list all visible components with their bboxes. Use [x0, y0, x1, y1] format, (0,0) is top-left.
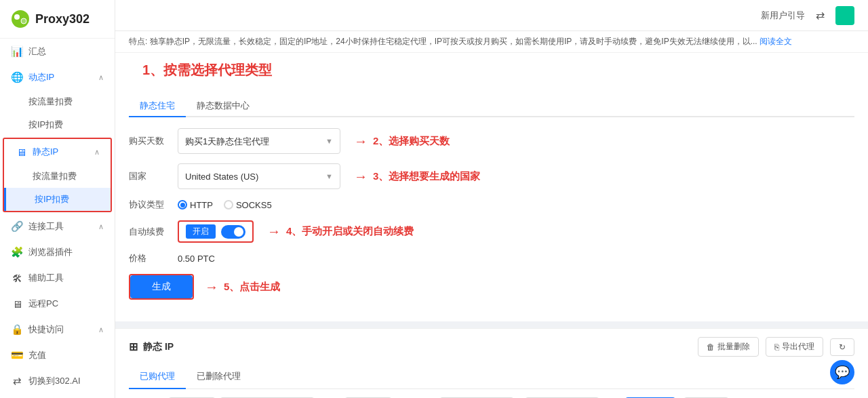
step3-annotation: → 3、选择想要生成的国家 — [354, 169, 480, 184]
language-icon[interactable]: ⇄ — [816, 9, 825, 22]
step2-annotation: → 2、选择购买天数 — [354, 134, 450, 149]
sidebar-item-assist-tools-label: 辅助工具 — [28, 272, 64, 284]
refresh-button[interactable]: ↻ — [830, 338, 854, 356]
sidebar-item-recharge[interactable]: 💳 充值 — [0, 342, 115, 368]
chevron-down-icon4: ∧ — [98, 325, 104, 334]
sidebar-sub-static-ip-billing[interactable]: 按IP扣费 — [4, 188, 111, 211]
content-area: 特点: 独享静态IP，无限流量，长效稳定，固定的IP地址，24小时保持住宅稳定代… — [115, 31, 868, 398]
days-row: 购买天数 购买1天静态住宅代理 购买7天静态住宅代理 购买30天静态住宅代理 ▼… — [129, 128, 854, 154]
radio-http-dot — [178, 200, 187, 210]
sidebar-item-recharge-label: 充值 — [28, 349, 46, 361]
chat-button[interactable]: 💬 — [830, 360, 854, 384]
sidebar-item-browser-plugin[interactable]: 🧩 浏览器插件 — [0, 239, 115, 265]
generate-btn-wrapper: 生成 — [129, 274, 194, 300]
sidebar: Proxy302 📊 汇总 🌐 动态IP ∧ 按流量扣费 按IP扣费 🖥 静态I… — [0, 0, 115, 398]
step4-annotation: → 4、手动开启或关闭自动续费 — [267, 224, 414, 239]
assist-tools-icon: 🛠 — [11, 273, 23, 284]
static-ip-title-left: ⊞ 静态 IP — [129, 340, 174, 353]
sidebar-item-remote-pc[interactable]: 🖥 远程PC — [0, 291, 115, 317]
auto-renew-form-row: 自动续费 开启 — [129, 220, 254, 243]
step1-area: → 1、按需选择代理类型 — [129, 61, 854, 87]
price-label: 价格 — [129, 252, 170, 264]
sidebar-item-api-v2[interactable]: 📄 API V2 ∨ ☰ — [0, 394, 115, 398]
dynamic-ip-icon: 🌐 — [11, 71, 23, 83]
sidebar-item-quick-access[interactable]: 🔒 快捷访问 ∧ — [0, 317, 115, 342]
sidebar-sub-ip-billing[interactable]: 按IP扣费 — [0, 113, 115, 136]
feature-notice: 特点: 独享静态IP，无限流量，长效稳定，固定的IP地址，24小时保持住宅稳定代… — [115, 31, 868, 53]
days-form-row: 购买天数 购买1天静态住宅代理 购买7天静态住宅代理 购买30天静态住宅代理 ▼ — [129, 128, 340, 154]
chevron-down-icon3: ∧ — [98, 222, 104, 231]
tab-purchased-proxy[interactable]: 已购代理 — [129, 365, 186, 389]
main-content: 新用户引导 ⇄ 特点: 独享静态IP，无限流量，长效稳定，固定的IP地址，24小… — [115, 0, 868, 398]
tab-static-datacenter[interactable]: 静态数据中心 — [186, 96, 260, 117]
sidebar-item-connect-tools[interactable]: 🔗 连接工具 ∧ — [0, 214, 115, 239]
table-icon: ⊞ — [129, 340, 138, 353]
logo-text: Proxy302 — [35, 12, 90, 26]
auto-renew-row: 自动续费 开启 → 4、手动开启或关闭自动续费 — [129, 220, 854, 243]
radio-socks5[interactable]: SOCKS5 — [224, 200, 272, 210]
svg-point-0 — [12, 10, 29, 28]
svg-point-2 — [21, 18, 26, 24]
step5-annotation: → 5、点击生成 — [205, 279, 280, 295]
radio-http[interactable]: HTTP — [178, 200, 213, 210]
proxy-list-tabs: 已购代理 已删除代理 — [129, 365, 854, 389]
sidebar-item-browser-plugin-label: 浏览器插件 — [28, 246, 73, 258]
sidebar-item-static-ip[interactable]: 🖥 静态IP ∧ — [4, 139, 111, 165]
sidebar-item-connect-tools-label: 连接工具 — [28, 220, 64, 233]
sidebar-item-switch-302[interactable]: ⇄ 切换到302.AI — [0, 368, 115, 394]
user-avatar[interactable] — [835, 6, 854, 25]
remote-pc-icon: 🖥 — [11, 298, 23, 310]
sidebar-item-static-ip-label: 静态IP — [33, 146, 58, 158]
radio-socks5-dot — [224, 200, 233, 210]
logo-area: Proxy302 — [0, 0, 115, 39]
tab-static-residential[interactable]: 静态住宅 — [129, 96, 186, 117]
step1-title: 1、按需选择代理类型 — [142, 61, 272, 79]
sidebar-item-summary[interactable]: 📊 汇总 — [0, 39, 115, 64]
bulk-delete-button[interactable]: 🗑 批量删除 — [698, 337, 759, 357]
days-label: 购买天数 — [129, 135, 170, 147]
static-ip-section: ⊞ 静态 IP 🗑 批量删除 ⎘ 导出代理 ↻ — [115, 328, 868, 398]
protocol-label: 协议类型 — [129, 199, 170, 211]
generate-row: 生成 → 5、点击生成 — [129, 274, 854, 300]
days-select[interactable]: 购买1天静态住宅代理 购买7天静态住宅代理 购买30天静态住宅代理 — [178, 129, 341, 153]
logo-icon — [11, 9, 30, 28]
trash-icon: 🗑 — [707, 342, 715, 352]
sidebar-sub-static-flow[interactable]: 按流量扣费 — [4, 165, 111, 188]
price-value: 0.50 PTC — [178, 254, 215, 264]
export-proxy-button[interactable]: ⎘ 导出代理 — [766, 337, 823, 357]
static-ip-title-text: 静态 IP — [143, 341, 174, 353]
country-select-wrapper: United States (US) United Kingdom (UK) G… — [178, 163, 340, 189]
sidebar-item-assist-tools[interactable]: 🛠 辅助工具 — [0, 265, 115, 291]
country-label: 国家 — [129, 170, 170, 182]
sidebar-item-switch-label: 切换到302.AI — [28, 375, 81, 387]
country-form-row: 国家 United States (US) United Kingdom (UK… — [129, 163, 340, 189]
chevron-up-icon: ∧ — [98, 73, 104, 82]
country-row: 国家 United States (US) United Kingdom (UK… — [129, 163, 854, 189]
toggle-box: 开启 — [178, 220, 254, 243]
toggle-on-label: 开启 — [186, 224, 216, 239]
static-ip-actions: 🗑 批量删除 ⎘ 导出代理 ↻ — [698, 337, 854, 357]
summary-icon: 📊 — [11, 45, 23, 58]
generate-button[interactable]: 生成 — [130, 275, 193, 298]
arrow-step5-icon: → — [205, 279, 218, 295]
new-user-guide[interactable]: 新用户引导 — [761, 9, 805, 22]
tab-deleted-proxy[interactable]: 已删除代理 — [186, 365, 252, 389]
quick-access-icon: 🔒 — [11, 323, 23, 336]
topbar: 新用户引导 ⇄ — [115, 0, 868, 31]
read-more-link[interactable]: 阅读全文 — [760, 37, 792, 46]
sidebar-item-summary-label: 汇总 — [28, 45, 46, 58]
days-select-wrapper: 购买1天静态住宅代理 购买7天静态住宅代理 购买30天静态住宅代理 ▼ — [178, 128, 340, 154]
toggle-switch[interactable] — [221, 225, 245, 239]
protocol-radio-group: HTTP SOCKS5 — [178, 200, 272, 210]
arrow-step4-icon: → — [267, 224, 281, 239]
recharge-icon: 💳 — [11, 349, 23, 361]
protocol-row: 协议类型 HTTP SOCKS5 — [129, 199, 854, 211]
sidebar-item-remote-pc-label: 远程PC — [28, 298, 58, 310]
chevron-up-icon2: ∧ — [94, 148, 100, 157]
auto-renew-label: 自动续费 — [129, 226, 170, 238]
sidebar-sub-flow-billing[interactable]: 按流量扣费 — [0, 90, 115, 113]
sidebar-item-dynamic-ip[interactable]: 🌐 动态IP ∧ — [0, 64, 115, 90]
browser-plugin-icon: 🧩 — [11, 246, 23, 258]
country-select[interactable]: United States (US) United Kingdom (UK) G… — [178, 164, 341, 188]
refresh-icon: ↻ — [839, 342, 846, 352]
